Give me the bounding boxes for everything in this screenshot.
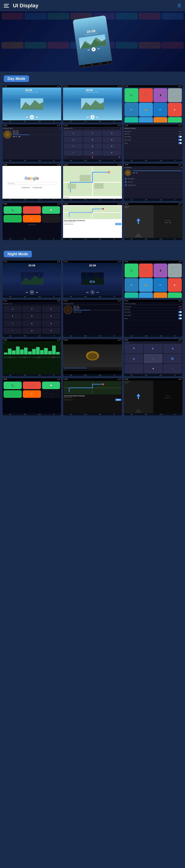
night-app-7[interactable]: 📂 bbox=[154, 292, 167, 298]
night-auto-answer-toggle[interactable] bbox=[178, 311, 182, 313]
night-prev-1[interactable]: ◀◀ bbox=[25, 291, 28, 294]
night-key-hash[interactable]: # bbox=[42, 328, 60, 334]
track-3[interactable]: 🎵 华彩_351_391.mp3 bbox=[125, 184, 182, 187]
night-key-1[interactable]: 1 bbox=[3, 306, 22, 312]
night-app-settings[interactable]: ⚙️ bbox=[168, 264, 182, 278]
eq-btn-1[interactable]: Pop bbox=[3, 356, 17, 358]
night-key-star[interactable]: * bbox=[3, 328, 22, 334]
night-app-5[interactable]: 🗺 bbox=[125, 292, 138, 298]
hamburger-icon[interactable]: ☰ bbox=[178, 3, 181, 8]
power-toggle[interactable] bbox=[178, 142, 182, 144]
prev-1[interactable]: ◀◀ bbox=[25, 116, 28, 119]
google-search-btn[interactable]: Google Search bbox=[21, 186, 31, 189]
night-coffee-go[interactable]: GO bbox=[115, 399, 121, 401]
night-cp-podcast[interactable]: 🎙 bbox=[23, 390, 41, 398]
night-key-9[interactable]: 9 bbox=[42, 320, 60, 327]
coffee-go-btn[interactable]: GO bbox=[115, 223, 121, 225]
bt-close[interactable]: ✕ bbox=[59, 127, 60, 129]
nav-btn-1[interactable] bbox=[125, 344, 143, 353]
key-2[interactable]: 2 bbox=[83, 130, 102, 136]
next-1[interactable]: ▶▶ bbox=[35, 116, 38, 119]
bt-prev[interactable]: ◀◀ bbox=[13, 136, 15, 137]
night-np-play[interactable]: ▶ bbox=[167, 397, 168, 399]
pause-2[interactable]: ⏸ bbox=[90, 115, 95, 119]
night-app-phone[interactable]: 📞 bbox=[125, 264, 138, 278]
nav-btn-9[interactable]: + bbox=[163, 364, 182, 373]
menu-icon[interactable] bbox=[4, 2, 10, 9]
night-power-toggle[interactable] bbox=[178, 317, 182, 319]
key-star[interactable]: * bbox=[64, 150, 82, 156]
night-key-6[interactable]: 6 bbox=[42, 313, 60, 320]
call-icon-2[interactable]: 🔇 bbox=[91, 156, 93, 158]
key-0[interactable]: 0 bbox=[83, 150, 102, 156]
local-next[interactable]: ▶| bbox=[136, 172, 138, 174]
nav-btn-7[interactable]: − bbox=[125, 364, 143, 373]
night-key-0[interactable]: 0 bbox=[23, 328, 41, 334]
key-8[interactable]: 8 bbox=[83, 143, 102, 149]
np-next[interactable]: ▶▶ bbox=[169, 222, 171, 223]
play-btn[interactable]: ▶ bbox=[91, 47, 96, 52]
app-icon-6[interactable]: 📡 bbox=[139, 117, 153, 123]
next-btn[interactable]: ▶▶ bbox=[97, 47, 100, 50]
night-app-6[interactable]: 📡 bbox=[139, 292, 153, 298]
bt-play[interactable]: ▶ bbox=[16, 136, 17, 137]
cp-messages[interactable]: 💬 bbox=[42, 206, 60, 214]
night-call-close[interactable]: ✕ bbox=[59, 303, 60, 304]
cp-music[interactable]: 🎵 bbox=[23, 206, 41, 214]
night-cp-more[interactable]: ⋯ bbox=[42, 390, 60, 398]
night-app-music[interactable]: 🎵 bbox=[139, 264, 153, 278]
night-auto-connect-toggle[interactable] bbox=[178, 314, 182, 316]
nav-btn-5[interactable]: ● bbox=[144, 354, 162, 363]
night-next-1[interactable]: ▶▶ bbox=[36, 291, 39, 294]
night-bt-prev[interactable]: ◀◀ bbox=[74, 311, 76, 313]
night-bt-close[interactable]: ✕ bbox=[120, 303, 121, 304]
cp-spotify[interactable]: 🎵 bbox=[4, 215, 22, 222]
social-music-close[interactable]: ✕ bbox=[181, 167, 182, 168]
np-play[interactable]: ▶ bbox=[167, 222, 168, 223]
night-bt-play[interactable]: ▶ bbox=[77, 311, 78, 313]
app-icon-music[interactable]: 🎵 bbox=[139, 88, 153, 102]
eq-btn-4[interactable]: Bass bbox=[47, 356, 60, 358]
cp-podcast[interactable]: 🎙 bbox=[23, 215, 41, 222]
night-app-bt[interactable]: BT bbox=[154, 278, 167, 292]
key-7[interactable]: 7 bbox=[64, 143, 82, 149]
night-cp-phone[interactable]: 📞 bbox=[4, 381, 22, 389]
night-app-4[interactable]: ▶ bbox=[168, 278, 182, 292]
prev-2[interactable]: ◀◀ bbox=[86, 116, 89, 119]
key-1[interactable]: 1 bbox=[64, 130, 82, 136]
bt-settings-close[interactable]: ✕ bbox=[181, 127, 182, 129]
night-cp-spotify[interactable]: 🎵 bbox=[4, 390, 22, 398]
key-6[interactable]: 6 bbox=[103, 137, 121, 143]
night-prev-2[interactable]: ◀◀ bbox=[86, 291, 89, 294]
app-icon-4[interactable]: ▶ bbox=[168, 103, 182, 117]
night-key-5[interactable]: 5 bbox=[23, 313, 41, 320]
google-lucky-btn[interactable]: I'm Feeling Lucky bbox=[32, 186, 43, 189]
track-1[interactable]: 🎵 华彩_019E.mp3 bbox=[125, 177, 182, 180]
app-icon-settings[interactable]: ⚙️ bbox=[168, 88, 182, 102]
prev-btn[interactable]: ◀◀ bbox=[87, 48, 90, 52]
nav-btn-6[interactable] bbox=[163, 354, 182, 363]
night-np-prev[interactable]: ◀◀ bbox=[164, 397, 166, 399]
auto-answer-toggle[interactable] bbox=[178, 136, 182, 137]
np-prev[interactable]: ◀◀ bbox=[164, 222, 166, 223]
call-icon-1[interactable]: 📞 bbox=[64, 156, 66, 158]
night-key-8[interactable]: 8 bbox=[23, 320, 41, 327]
nav-btn-4[interactable] bbox=[125, 354, 143, 363]
nav-btn-8[interactable]: 🏠 bbox=[144, 364, 162, 373]
nav-btn-3[interactable] bbox=[163, 344, 182, 353]
next-2[interactable]: ▶▶ bbox=[96, 116, 99, 119]
key-3[interactable]: 3 bbox=[103, 130, 121, 136]
night-pause-1[interactable]: ⏸ bbox=[30, 290, 34, 294]
app-icon-5[interactable]: 🗺 bbox=[125, 117, 138, 123]
track-2[interactable]: 🎵 华彩_2.mp3 bbox=[125, 180, 182, 184]
night-cp-music[interactable]: 🎵 bbox=[23, 381, 41, 389]
night-key-4[interactable]: 4 bbox=[3, 313, 22, 320]
night-app-radio[interactable]: 📻 bbox=[139, 278, 153, 292]
night-app-8[interactable]: 🎙 bbox=[168, 292, 182, 298]
cp-more[interactable]: ⋯ bbox=[42, 215, 60, 222]
call-close[interactable]: ✕ bbox=[120, 127, 121, 129]
night-key-3[interactable]: 3 bbox=[42, 306, 60, 312]
night-key-7[interactable]: 7 bbox=[3, 320, 22, 327]
key-9[interactable]: 9 bbox=[103, 143, 121, 149]
bt-next[interactable]: ▶▶ bbox=[19, 136, 21, 137]
